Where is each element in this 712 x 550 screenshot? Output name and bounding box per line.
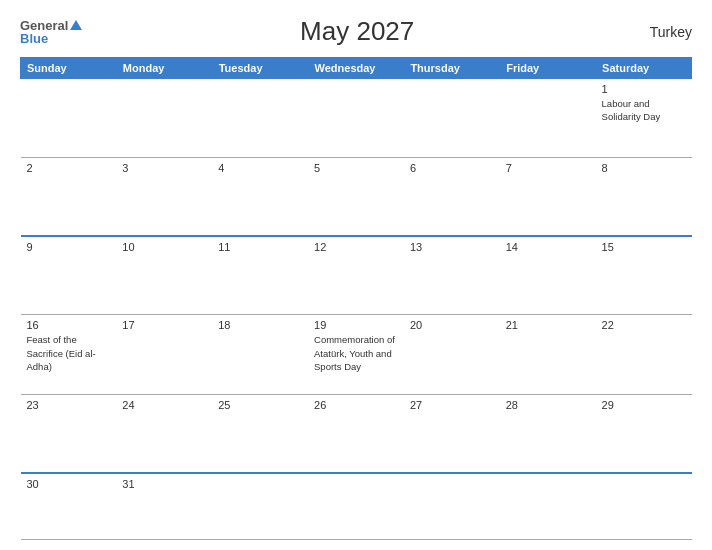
day-cell	[500, 473, 596, 539]
header: General Blue May 2027 Turkey	[20, 16, 692, 47]
day-cell: 9	[21, 236, 117, 315]
day-cell: 22	[596, 315, 692, 395]
day-number: 3	[122, 162, 206, 174]
day-number: 17	[122, 319, 206, 331]
day-cell	[404, 473, 500, 539]
day-number: 10	[122, 241, 206, 253]
day-header-wednesday: Wednesday	[308, 58, 404, 79]
day-event: Labour and Solidarity Day	[602, 98, 661, 122]
day-cell: 1Labour and Solidarity Day	[596, 79, 692, 158]
day-cell	[116, 79, 212, 158]
day-number: 18	[218, 319, 302, 331]
week-row-0: 1Labour and Solidarity Day	[21, 79, 692, 158]
day-cell	[308, 473, 404, 539]
day-number: 25	[218, 399, 302, 411]
day-header-friday: Friday	[500, 58, 596, 79]
day-header-thursday: Thursday	[404, 58, 500, 79]
day-cell: 6	[404, 157, 500, 236]
day-number: 21	[506, 319, 590, 331]
calendar-title: May 2027	[82, 16, 632, 47]
day-header-saturday: Saturday	[596, 58, 692, 79]
day-number: 16	[27, 319, 111, 331]
day-cell: 10	[116, 236, 212, 315]
day-number: 13	[410, 241, 494, 253]
day-number: 11	[218, 241, 302, 253]
day-header-monday: Monday	[116, 58, 212, 79]
day-cell	[21, 79, 117, 158]
day-number: 15	[602, 241, 686, 253]
day-cell: 28	[500, 395, 596, 474]
day-number: 24	[122, 399, 206, 411]
day-number: 9	[27, 241, 111, 253]
day-number: 6	[410, 162, 494, 174]
day-cell: 12	[308, 236, 404, 315]
day-cell: 21	[500, 315, 596, 395]
week-row-2: 9101112131415	[21, 236, 692, 315]
day-number: 30	[27, 478, 111, 490]
day-header-tuesday: Tuesday	[212, 58, 308, 79]
day-cell	[500, 79, 596, 158]
day-cell: 15	[596, 236, 692, 315]
day-event: Commemoration of Atatürk, Youth and Spor…	[314, 334, 395, 372]
day-cell	[212, 79, 308, 158]
day-cell: 17	[116, 315, 212, 395]
day-cell	[404, 79, 500, 158]
day-cell	[212, 473, 308, 539]
days-header-row: SundayMondayTuesdayWednesdayThursdayFrid…	[21, 58, 692, 79]
week-row-4: 23242526272829	[21, 395, 692, 474]
day-cell: 26	[308, 395, 404, 474]
day-number: 29	[602, 399, 686, 411]
day-cell: 4	[212, 157, 308, 236]
day-number: 2	[27, 162, 111, 174]
day-cell: 20	[404, 315, 500, 395]
day-cell: 18	[212, 315, 308, 395]
calendar-table: SundayMondayTuesdayWednesdayThursdayFrid…	[20, 57, 692, 540]
day-cell: 2	[21, 157, 117, 236]
day-cell: 8	[596, 157, 692, 236]
day-cell: 14	[500, 236, 596, 315]
day-cell: 11	[212, 236, 308, 315]
day-cell: 31	[116, 473, 212, 539]
week-row-5: 3031	[21, 473, 692, 539]
logo-general-text: General	[20, 19, 68, 32]
day-cell	[308, 79, 404, 158]
day-cell: 13	[404, 236, 500, 315]
day-cell: 30	[21, 473, 117, 539]
day-number: 8	[602, 162, 686, 174]
calendar-page: General Blue May 2027 Turkey SundayMonda…	[0, 0, 712, 550]
week-row-3: 16Feast of the Sacrifice (Eid al- Adha)1…	[21, 315, 692, 395]
day-cell: 3	[116, 157, 212, 236]
day-number: 22	[602, 319, 686, 331]
day-cell: 19Commemoration of Atatürk, Youth and Sp…	[308, 315, 404, 395]
day-number: 26	[314, 399, 398, 411]
day-number: 23	[27, 399, 111, 411]
day-cell: 7	[500, 157, 596, 236]
day-cell: 23	[21, 395, 117, 474]
day-number: 14	[506, 241, 590, 253]
day-event: Feast of the Sacrifice (Eid al- Adha)	[27, 334, 96, 372]
day-cell: 27	[404, 395, 500, 474]
logo-triangle-icon	[70, 20, 82, 30]
day-cell	[596, 473, 692, 539]
logo: General Blue	[20, 19, 82, 45]
day-number: 4	[218, 162, 302, 174]
day-cell: 16Feast of the Sacrifice (Eid al- Adha)	[21, 315, 117, 395]
day-number: 12	[314, 241, 398, 253]
day-number: 31	[122, 478, 206, 490]
day-cell: 5	[308, 157, 404, 236]
day-cell: 24	[116, 395, 212, 474]
day-cell: 29	[596, 395, 692, 474]
logo-blue-text: Blue	[20, 32, 48, 45]
day-number: 19	[314, 319, 398, 331]
day-number: 27	[410, 399, 494, 411]
week-row-1: 2345678	[21, 157, 692, 236]
day-number: 28	[506, 399, 590, 411]
day-number: 20	[410, 319, 494, 331]
day-number: 5	[314, 162, 398, 174]
country-label: Turkey	[632, 24, 692, 40]
day-number: 1	[602, 83, 686, 95]
day-header-sunday: Sunday	[21, 58, 117, 79]
day-cell: 25	[212, 395, 308, 474]
day-number: 7	[506, 162, 590, 174]
